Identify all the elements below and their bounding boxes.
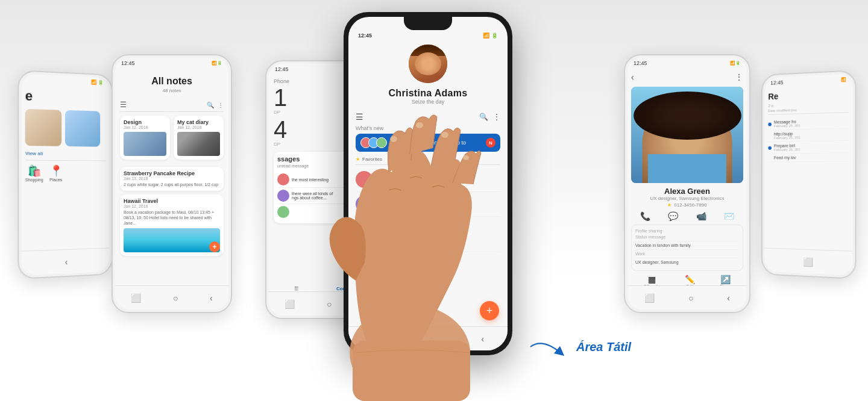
note-design-date: Jan 12, 2018 bbox=[124, 125, 166, 129]
notch bbox=[404, 17, 452, 30]
far-right-time: 12:45 bbox=[770, 79, 784, 86]
notes-time: 12:45 bbox=[121, 60, 135, 66]
view-all-btn[interactable]: View all bbox=[25, 151, 43, 156]
far-right-title: Re bbox=[768, 89, 849, 101]
svg-point-4 bbox=[463, 155, 469, 160]
note-design-title: Design bbox=[124, 119, 166, 125]
note-recipe-title: Strawberry Pancake Recipe bbox=[124, 170, 220, 176]
note-recipe-date: Jan 13, 2018 bbox=[124, 176, 220, 181]
date-modified-label: Date modified:(mo bbox=[768, 107, 849, 115]
profile-sharing-label: Profile sharing bbox=[635, 229, 739, 233]
file-row-1: http://supp February 25, 201 bbox=[768, 128, 849, 142]
shopping-label: Shopping bbox=[25, 178, 43, 182]
file-date-1: February 25, 201 bbox=[774, 135, 800, 140]
cal-day4: 4 bbox=[274, 117, 287, 141]
email-button[interactable]: ✉️ bbox=[724, 211, 734, 221]
work-value: UX designer, Samsung bbox=[635, 258, 739, 267]
phone-far-left: 📶🔋 e View all bbox=[17, 70, 113, 279]
far-left-bottom-nav: ‹ bbox=[22, 247, 110, 275]
profile-avatar bbox=[409, 45, 447, 83]
contact-phone-num: 012-3456-7890 bbox=[674, 202, 706, 208]
svg-point-1 bbox=[390, 136, 397, 142]
note-recipe-text: 2 cups white sugar, 2 cups all-purpos fl… bbox=[124, 182, 220, 187]
cal-day1: 1 bbox=[274, 85, 287, 110]
video-button[interactable]: 📹 bbox=[696, 211, 706, 221]
note-hawaii-title: Hawaii Travel bbox=[124, 198, 220, 204]
area-tatil-annotation: Área Tátil bbox=[524, 335, 631, 359]
contact-actions: 📞 💬 📹 ✉️ bbox=[631, 211, 743, 221]
note-cat-title: My cat diary bbox=[177, 119, 220, 125]
scene: 📶🔋 e View all bbox=[0, 0, 868, 401]
notes-subtitle: 48 notes bbox=[120, 88, 224, 93]
file-row-2: Prepare birt February 25, 201 bbox=[768, 141, 849, 154]
far-left-content: e View all bbox=[22, 84, 110, 186]
contact-big-title: UX designer, Samsung Electronics bbox=[631, 196, 743, 201]
phone-contact: 12:45 📶🔋 ‹ ⋮ bbox=[624, 54, 750, 313]
profile-section: Christina Adams Seize the day bbox=[348, 39, 508, 110]
file-date-0: February 25, 201 bbox=[774, 123, 800, 128]
file-date-2: February 25, 201 bbox=[774, 148, 800, 151]
call-button[interactable]: 📞 bbox=[640, 211, 650, 221]
contact-big-name: Alexa Green bbox=[631, 187, 743, 196]
main-time: 12:45 bbox=[358, 33, 372, 39]
note-cat-date: Jan 12, 2018 bbox=[177, 125, 220, 129]
phone-far-right: 12:45 📶 Re 2 o Date modified:(mo Message… bbox=[761, 70, 857, 279]
hand-overlay bbox=[295, 100, 524, 401]
note-hawaii-date: Jan 12, 2018 bbox=[124, 204, 220, 208]
file-row-3: Feed my lov bbox=[768, 153, 849, 162]
message-button[interactable]: 💬 bbox=[668, 211, 678, 221]
note-hawaii-text: Book a vacation package to Maui, 08/10 1… bbox=[124, 210, 220, 226]
far-left-app-title: e bbox=[25, 88, 106, 107]
area-tatil-text: Área Tátil bbox=[576, 340, 631, 354]
profile-name: Christina Adams bbox=[388, 88, 467, 99]
places-label: Places bbox=[49, 178, 63, 182]
contact-time: 12:45 bbox=[634, 60, 647, 66]
svg-point-3 bbox=[441, 132, 448, 138]
work-label: Work bbox=[635, 250, 739, 258]
phone-notes: 12:45 📶🔋 All notes 48 notes ☰ 🔍 ⋮ bbox=[112, 54, 232, 313]
status-message-label: Status message bbox=[635, 233, 739, 241]
status-message: Vacation in london with family bbox=[635, 241, 739, 250]
file-name-3: Feed my lov bbox=[774, 155, 796, 160]
cal-time: 12:45 bbox=[275, 66, 289, 72]
svg-point-2 bbox=[416, 122, 423, 128]
phones-container: 📶🔋 e View all bbox=[0, 0, 868, 401]
notes-title: All notes bbox=[120, 76, 224, 87]
